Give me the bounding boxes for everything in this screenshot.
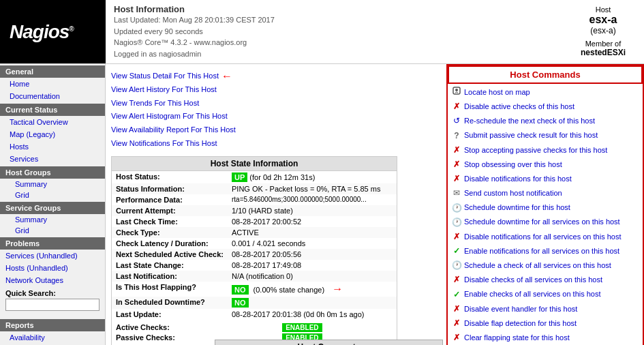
cmd-submit-passive[interactable]: ? Submit passive check result for this h… bbox=[448, 129, 643, 143]
last-updated: Last Updated: Mon Aug 28 20:01:39 CEST 2… bbox=[114, 14, 554, 26]
logo-text: Nagios bbox=[10, 21, 69, 42]
cmd-disable-notif-all-services[interactable]: ✗ Disable notifications for all services… bbox=[448, 230, 643, 244]
docs-link[interactable]: Documentation bbox=[10, 92, 60, 100]
sidebar-item-hosts-unhandled[interactable]: Hosts (Unhandled) bbox=[0, 262, 105, 274]
logo-registered: ® bbox=[69, 25, 73, 32]
state-info-title: Host State Information bbox=[112, 157, 397, 171]
sidebar-item-hosts[interactable]: Hosts bbox=[0, 140, 105, 153]
view-status-link[interactable]: View Status Detail For This Host bbox=[111, 70, 219, 83]
sidebar-host-groups-header: Host Groups bbox=[0, 166, 105, 179]
sidebar-item-hg-summary[interactable]: Summary bbox=[0, 179, 105, 190]
cmd-reschedule[interactable]: ↺ Re-schedule the next check of this hos… bbox=[448, 114, 643, 128]
submit-passive-link[interactable]: Submit passive check result for this hos… bbox=[464, 130, 598, 142]
sidebar-item-tactical[interactable]: Tactical Overview bbox=[0, 116, 105, 128]
stop-obsessing-link[interactable]: Stop obsessing over this host bbox=[464, 159, 562, 171]
x-icon-1: ✗ bbox=[452, 100, 461, 113]
locate-host-link[interactable]: Locate host on map bbox=[464, 87, 530, 99]
cmd-stop-accepting-passive[interactable]: ✗ Stop accepting passive checks for this… bbox=[448, 143, 643, 158]
table-row: Next Scheduled Active Check: 08-28-2017 … bbox=[112, 249, 397, 260]
cmd-enable-notif-all-services[interactable]: ✓ Enable notifications for all services … bbox=[448, 244, 643, 258]
disable-event-handler-link[interactable]: Disable event handler for this host bbox=[464, 303, 577, 316]
send-custom-link[interactable]: Send custom host notification bbox=[464, 188, 562, 200]
sidebar: General Home Documentation Current Statu… bbox=[0, 64, 106, 345]
cmd-locate-host[interactable]: Locate host on map bbox=[448, 85, 643, 100]
cmd-stop-obsessing[interactable]: ✗ Stop obsessing over this host bbox=[448, 158, 643, 172]
table-row: Performance Data: rta=5.846000ms;3000.00… bbox=[112, 194, 397, 205]
host-label: Host bbox=[570, 5, 636, 14]
cmd-schedule-check-all-services[interactable]: 🕐 Schedule a check of all services on th… bbox=[448, 258, 643, 273]
table-row: Last Check Time: 08-28-2017 20:00:52 bbox=[112, 216, 397, 227]
disable-notifications-link[interactable]: Disable notifications for this host bbox=[464, 173, 572, 185]
version-line: Nagios® Core™ 4.3.2 - www.nagios.org bbox=[114, 37, 554, 48]
update-interval: Updated every 90 seconds bbox=[114, 26, 554, 38]
schedule-check-all-link[interactable]: Schedule a check of all services on this… bbox=[464, 260, 611, 272]
table-row: Last Update: 08-28-2017 20:01:38 (0d 0h … bbox=[112, 309, 397, 320]
svg-point-1 bbox=[455, 89, 458, 91]
sidebar-current-status-header: Current Status bbox=[0, 104, 105, 116]
stop-accepting-passive-link[interactable]: Stop accepting passive checks for this h… bbox=[464, 145, 607, 157]
logo-area: Nagios® bbox=[0, 0, 106, 63]
x-icon-4: ✗ bbox=[452, 172, 461, 185]
cmd-enable-checks-all-services[interactable]: ✓ Enable checks of all services on this … bbox=[448, 288, 643, 302]
commands-list: Locate host on map ✗ Disable active chec… bbox=[448, 84, 643, 345]
sidebar-item-map[interactable]: Map (Legacy) bbox=[0, 128, 105, 140]
disable-checks-all-link[interactable]: Disable checks of all services on this h… bbox=[464, 274, 602, 286]
sidebar-item-services[interactable]: Services bbox=[0, 153, 105, 165]
state-table: Host Status: UP (for 0d 2h 12m 31s) Stat… bbox=[112, 171, 397, 320]
enable-checks-all-link[interactable]: Enable checks of all services on this ho… bbox=[464, 288, 601, 301]
member-label: Member of bbox=[570, 40, 636, 48]
sidebar-reports-header: Reports bbox=[0, 319, 105, 331]
quick-search-input[interactable] bbox=[5, 299, 99, 311]
host-info-title: Host Information bbox=[114, 4, 554, 14]
table-row: Last Notification: N/A (notification 0) bbox=[112, 271, 397, 282]
mail-icon: ✉ bbox=[452, 187, 461, 200]
sidebar-general-header: General bbox=[0, 65, 105, 78]
schedule-downtime-host-link[interactable]: Schedule downtime for this host bbox=[464, 202, 570, 214]
sidebar-item-sg-grid[interactable]: Grid bbox=[0, 225, 105, 236]
downtime-no-badge: NO bbox=[232, 298, 249, 308]
disable-flap-detection-link[interactable]: Disable flap detection for this host bbox=[464, 318, 577, 330]
sidebar-item-sg-summary[interactable]: Summary bbox=[0, 214, 105, 225]
sidebar-item-availability[interactable]: Availability bbox=[0, 331, 105, 344]
clock-icon-1: 🕐 bbox=[452, 202, 461, 215]
sidebar-item-docs[interactable]: Documentation bbox=[0, 90, 105, 102]
host-comments-area: Host Comments bbox=[215, 340, 443, 345]
sidebar-item-services-unhandled[interactable]: Services (Unhandled) bbox=[0, 250, 105, 262]
red-arrow2-icon: → bbox=[332, 283, 343, 295]
sidebar-problems-header: Problems bbox=[0, 237, 105, 250]
cmd-schedule-downtime-services[interactable]: 🕐 Schedule downtime for all services on … bbox=[448, 215, 643, 230]
cmd-disable-event-handler[interactable]: ✗ Disable event handler for this host bbox=[448, 302, 643, 316]
schedule-downtime-services-link[interactable]: Schedule downtime for all services on th… bbox=[464, 216, 620, 228]
reschedule-link[interactable]: Re-schedule the next check of this host bbox=[464, 115, 595, 127]
cmd-send-custom[interactable]: ✉ Send custom host notification bbox=[448, 186, 643, 200]
active-checks-badge: ENABLED bbox=[282, 323, 322, 332]
enable-notif-all-link[interactable]: Enable notifications for all services on… bbox=[464, 245, 619, 258]
sidebar-item-hg-grid[interactable]: Grid bbox=[0, 190, 105, 200]
sidebar-item-home[interactable]: Home bbox=[0, 78, 105, 90]
status-value: UP (for 0d 2h 12m 31s) bbox=[228, 171, 397, 183]
disable-notif-all-link[interactable]: Disable notifications for all services o… bbox=[464, 231, 622, 243]
host-name-big: esx-a bbox=[570, 14, 636, 26]
question-icon: ? bbox=[452, 130, 461, 142]
sidebar-item-network-outages[interactable]: Network Outages bbox=[0, 274, 105, 286]
table-row: Last State Change: 08-28-2017 17:49:08 bbox=[112, 260, 397, 271]
cmd-disable-checks-all-services[interactable]: ✗ Disable checks of all services on this… bbox=[448, 273, 643, 287]
table-row: Host Status: UP (for 0d 2h 12m 31s) bbox=[112, 171, 397, 183]
red-arrow-icon: ← bbox=[221, 70, 232, 82]
check-icon-2: ✓ bbox=[452, 288, 461, 301]
host-info-area: Host Information Last Updated: Mon Aug 2… bbox=[106, 0, 562, 63]
cmd-disable-active-checks[interactable]: ✗ Disable active checks of this host bbox=[448, 100, 643, 114]
disable-active-checks-link[interactable]: Disable active checks of this host bbox=[464, 101, 574, 113]
version-text: Nagios® Core™ 4.3.2 - www.nagios.org bbox=[114, 38, 247, 46]
commands-title: Host Commands bbox=[448, 65, 643, 84]
host-commands-panel: Host Commands Locate host on map ✗ Disab… bbox=[446, 64, 644, 345]
cmd-schedule-downtime-host[interactable]: 🕐 Schedule downtime for this host bbox=[448, 201, 643, 215]
home-link[interactable]: Home bbox=[10, 80, 29, 88]
table-row: Active Checks: ENABLED bbox=[112, 322, 397, 333]
cmd-disable-notifications[interactable]: ✗ Disable notifications for this host bbox=[448, 172, 643, 186]
cmd-clear-flapping-state[interactable]: ✗ Clear flapping state for this host bbox=[448, 331, 643, 345]
clock-icon-3: 🕐 bbox=[452, 259, 461, 272]
x-icon-3: ✗ bbox=[452, 158, 461, 171]
clear-flapping-link[interactable]: Clear flapping state for this host bbox=[464, 332, 570, 344]
cmd-disable-flap-detection[interactable]: ✗ Disable flap detection for this host bbox=[448, 316, 643, 331]
